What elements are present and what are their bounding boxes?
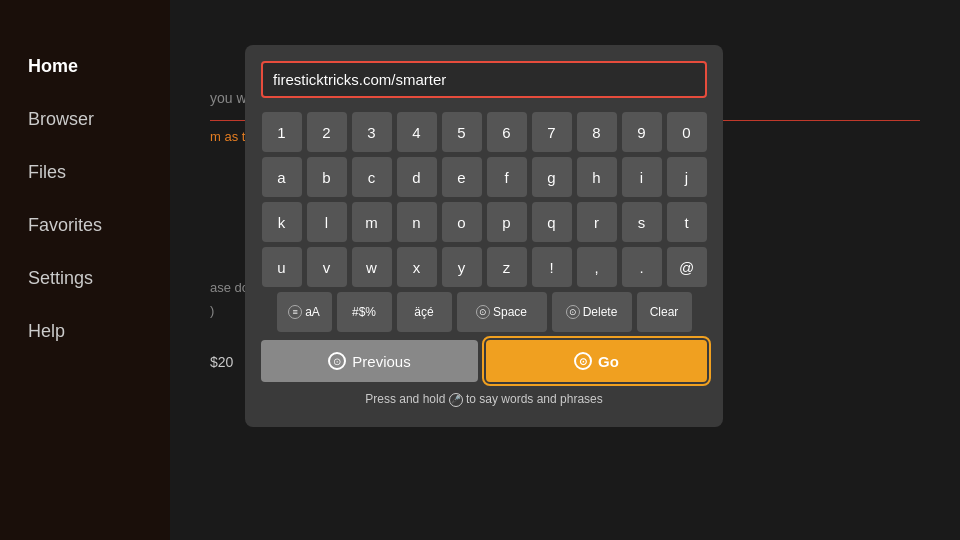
key-1[interactable]: 1 [262, 112, 302, 152]
key-p[interactable]: p [487, 202, 527, 242]
key-g[interactable]: g [532, 157, 572, 197]
key-h[interactable]: h [577, 157, 617, 197]
key-clear[interactable]: Clear [637, 292, 692, 332]
sidebar-item-files[interactable]: Files [28, 146, 170, 199]
sidebar-item-favorites[interactable]: Favorites [28, 199, 170, 252]
key-f[interactable]: f [487, 157, 527, 197]
key-accents[interactable]: äçé [397, 292, 452, 332]
key-at[interactable]: @ [667, 247, 707, 287]
url-input-container [261, 61, 707, 98]
key-z[interactable]: z [487, 247, 527, 287]
key-q[interactable]: q [532, 202, 572, 242]
key-period[interactable]: . [622, 247, 662, 287]
key-3[interactable]: 3 [352, 112, 392, 152]
previous-icon: ⊙ [328, 352, 346, 370]
key-symbols[interactable]: #$% [337, 292, 392, 332]
key-y[interactable]: y [442, 247, 482, 287]
key-v[interactable]: v [307, 247, 347, 287]
key-t[interactable]: t [667, 202, 707, 242]
key-5[interactable]: 5 [442, 112, 482, 152]
previous-button[interactable]: ⊙ Previous [261, 340, 478, 382]
mic-icon: 🎤 [449, 393, 463, 407]
key-9[interactable]: 9 [622, 112, 662, 152]
sidebar-item-settings[interactable]: Settings [28, 252, 170, 305]
keyboard-dialog: 1 2 3 4 5 6 7 8 9 0 a b c d e f g h i j … [245, 45, 723, 427]
key-x[interactable]: x [397, 247, 437, 287]
key-k[interactable]: k [262, 202, 302, 242]
key-i[interactable]: i [622, 157, 662, 197]
number-row: 1 2 3 4 5 6 7 8 9 0 [261, 112, 707, 152]
key-exclaim[interactable]: ! [532, 247, 572, 287]
key-l[interactable]: l [307, 202, 347, 242]
sidebar-item-browser[interactable]: Browser [28, 93, 170, 146]
key-u[interactable]: u [262, 247, 302, 287]
key-j[interactable]: j [667, 157, 707, 197]
key-b[interactable]: b [307, 157, 347, 197]
key-e[interactable]: e [442, 157, 482, 197]
sidebar-item-home[interactable]: Home [28, 40, 170, 93]
letter-row-1: a b c d e f g h i j [261, 157, 707, 197]
go-button[interactable]: ⊙ Go [486, 340, 707, 382]
key-s[interactable]: s [622, 202, 662, 242]
key-4[interactable]: 4 [397, 112, 437, 152]
key-comma[interactable]: , [577, 247, 617, 287]
key-a[interactable]: a [262, 157, 302, 197]
key-r[interactable]: r [577, 202, 617, 242]
key-m[interactable]: m [352, 202, 392, 242]
voice-hint: Press and hold 🎤 to say words and phrase… [261, 392, 707, 411]
letter-row-3: u v w x y z ! , . @ [261, 247, 707, 287]
url-input[interactable] [261, 61, 707, 98]
key-n[interactable]: n [397, 202, 437, 242]
key-2[interactable]: 2 [307, 112, 347, 152]
key-o[interactable]: o [442, 202, 482, 242]
special-keys-row: ≡ aA #$% äçé ⊙ Space ⊙ Delete Clear [261, 292, 707, 332]
sidebar: Home Browser Files Favorites Settings He… [0, 0, 170, 540]
go-icon: ⊙ [574, 352, 592, 370]
sidebar-item-help[interactable]: Help [28, 305, 170, 358]
letter-row-2: k l m n o p q r s t [261, 202, 707, 242]
key-0[interactable]: 0 [667, 112, 707, 152]
key-c[interactable]: c [352, 157, 392, 197]
key-8[interactable]: 8 [577, 112, 617, 152]
key-w[interactable]: w [352, 247, 392, 287]
key-7[interactable]: 7 [532, 112, 572, 152]
key-space[interactable]: ⊙ Space [457, 292, 547, 332]
action-row: ⊙ Previous ⊙ Go [261, 340, 707, 382]
key-6[interactable]: 6 [487, 112, 527, 152]
key-abc[interactable]: ≡ aA [277, 292, 332, 332]
key-delete[interactable]: ⊙ Delete [552, 292, 632, 332]
key-d[interactable]: d [397, 157, 437, 197]
